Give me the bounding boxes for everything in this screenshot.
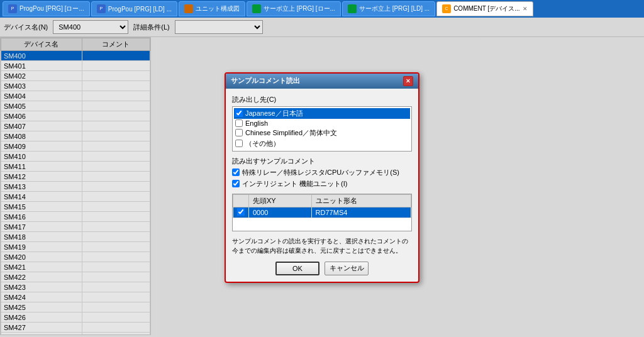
cancel-button[interactable]: キャンセル	[325, 262, 369, 275]
unit-table-container[interactable]: 先頭XY ユニット形名 0000 RD77MS4	[232, 194, 412, 231]
tab-close-icon[interactable]: ✕	[523, 6, 528, 12]
unit-icon	[184, 4, 193, 13]
intelligent-unit-checkbox[interactable]	[232, 180, 240, 187]
tab-progpou-ro[interactable]: P ProgPou [PRG] [ロー...	[3, 1, 90, 16]
prog-icon2: P	[97, 4, 106, 13]
unit-row-check-cell[interactable]	[233, 207, 249, 218]
sample-comment-dialog: サンプルコメント読出 ✕ 読み出し先(C) Japanese／日本語	[225, 72, 419, 283]
intelligent-unit-label: インテリジェント 機能ユニット(I)	[242, 179, 347, 189]
warning-text: サンプルコメントの読出を実行すると、選択されたコメントの今までの編集内容は破棄さ…	[232, 236, 412, 255]
tab-servo-ld[interactable]: サーボ立上 [PRG] [LD] ...	[342, 1, 435, 16]
unit-table: 先頭XY ユニット形名 0000 RD77MS4	[233, 194, 411, 218]
chinese-checkbox[interactable]	[235, 129, 243, 136]
modal-body: 読み出し先(C) Japanese／日本語 English Chinese	[226, 89, 418, 282]
modal-close-button[interactable]: ✕	[403, 76, 413, 86]
read-dest-section: 読み出し先(C) Japanese／日本語 English Chinese	[232, 95, 412, 152]
listbox-item-english[interactable]: English	[234, 119, 410, 128]
sample-comment-label: 読み出すサンプルコメント	[232, 157, 412, 166]
tab-servo-ro[interactable]: サーボ立上 [PRG] [ロー...	[247, 1, 341, 16]
special-relay-checkbox[interactable]	[232, 168, 240, 176]
servo-icon2	[348, 4, 357, 13]
checkbox-row-intelligent: インテリジェント 機能ユニット(I)	[232, 179, 412, 189]
unit-check-header	[233, 194, 249, 207]
ok-button[interactable]: OK	[275, 262, 319, 275]
unit-xy-cell: 0000	[249, 207, 312, 218]
read-dest-label: 読み出し先(C)	[232, 95, 412, 104]
servo-icon	[252, 4, 261, 13]
unit-name-cell: RD77MS4	[311, 207, 411, 218]
checkbox-row-special: 特殊リレー／特殊レジスタ/CPUバッファメモリ(S)	[232, 168, 412, 177]
modal-overlay: サンプルコメント読出 ✕ 読み出し先(C) Japanese／日本語	[0, 18, 644, 337]
modal-titlebar: サンプルコメント読出 ✕	[226, 74, 418, 89]
main-area: デバイス名(N) SM400 詳細条件(L) デバイス名 コメント SM400S…	[0, 18, 644, 337]
modal-buttons: OK キャンセル	[232, 262, 412, 275]
japanese-checkbox[interactable]	[235, 109, 243, 117]
listbox-item-other[interactable]: （その他）	[234, 138, 410, 149]
tab-progpou-ld[interactable]: P ProgPou [PRG] [LD] ...	[91, 1, 177, 16]
listbox-item-japanese[interactable]: Japanese／日本語	[234, 108, 410, 119]
sample-comment-section: 読み出すサンプルコメント 特殊リレー／特殊レジスタ/CPUバッファメモリ(S) …	[232, 157, 412, 189]
english-checkbox[interactable]	[235, 119, 243, 127]
language-listbox[interactable]: Japanese／日本語 English Chinese Simplified／…	[232, 106, 412, 152]
unit-row-checkbox[interactable]	[237, 208, 245, 216]
unit-name-header: ユニット形名	[311, 194, 411, 207]
comment-icon: C	[442, 4, 451, 13]
special-relay-label: 特殊リレー／特殊レジスタ/CPUバッファメモリ(S)	[242, 168, 399, 177]
tab-comment[interactable]: C COMMENT [デバイス... ✕	[436, 1, 533, 16]
other-checkbox[interactable]	[235, 140, 243, 147]
unit-table-row[interactable]: 0000 RD77MS4	[233, 207, 411, 218]
listbox-item-chinese[interactable]: Chinese Simplified／简体中文	[234, 128, 410, 138]
unit-xy-header: 先頭XY	[249, 194, 312, 207]
prog-icon: P	[8, 4, 17, 13]
taskbar: P ProgPou [PRG] [ロー... P ProgPou [PRG] […	[0, 0, 644, 18]
tab-unit-config[interactable]: ユニット構成図	[179, 1, 245, 16]
modal-title: サンプルコメント読出	[231, 76, 300, 86]
